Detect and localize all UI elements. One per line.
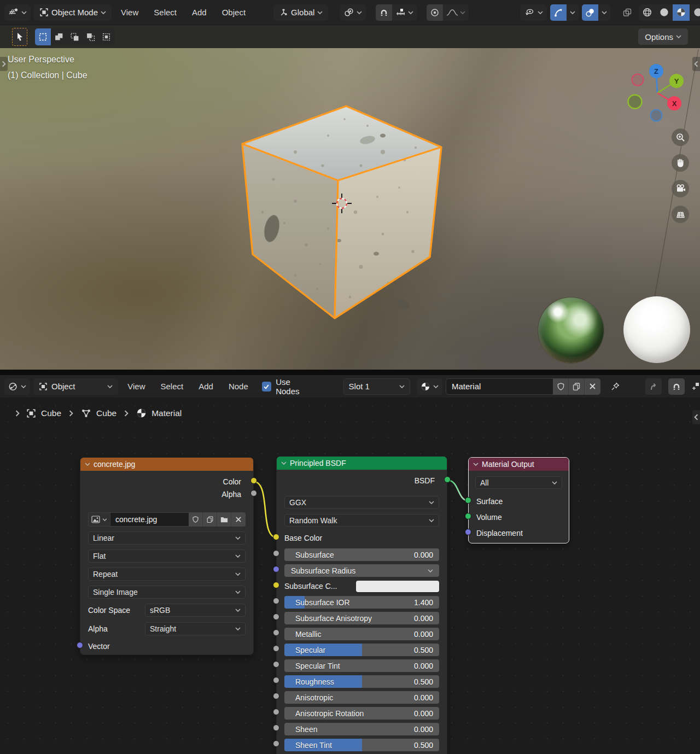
bsdf-node-header[interactable]: Principled BSDF bbox=[277, 457, 447, 470]
node-snap-button[interactable] bbox=[668, 378, 685, 395]
image-unlink-button[interactable] bbox=[231, 512, 246, 527]
socket-subsurface-ior[interactable] bbox=[273, 598, 279, 604]
socket-subsurface-c[interactable] bbox=[273, 582, 279, 588]
slider-specular[interactable]: Specular 0.500 bbox=[284, 644, 439, 656]
menu-add[interactable]: Add bbox=[186, 5, 213, 19]
node-menu-select[interactable]: Select bbox=[155, 379, 190, 393]
node-menu-node[interactable]: Node bbox=[223, 379, 254, 393]
gizmo-axis-z-neg[interactable] bbox=[651, 110, 662, 121]
editor-splitter[interactable] bbox=[0, 370, 700, 375]
image-dropdown-single-image[interactable]: Single Image bbox=[88, 586, 246, 599]
pan-button[interactable] bbox=[672, 154, 689, 172]
shading-rendered-button[interactable] bbox=[690, 4, 700, 21]
transform-orientation-dropdown[interactable]: Global bbox=[273, 4, 328, 21]
image-node-header[interactable]: concrete.jpg bbox=[80, 458, 253, 471]
bsdf-row-anisotropic-rotation[interactable]: Anisotropic Rotation 0.000 bbox=[284, 707, 439, 720]
socket-sheen[interactable] bbox=[273, 724, 279, 731]
subsurface-method-dropdown[interactable]: Random Walk bbox=[284, 514, 439, 527]
socket-metallic[interactable] bbox=[273, 629, 279, 636]
show-gizmos-button[interactable] bbox=[550, 4, 567, 21]
slider-roughness[interactable]: Roughness 0.500 bbox=[284, 675, 439, 688]
menu-object[interactable]: Object bbox=[216, 5, 252, 19]
socket-subsurface-radius[interactable] bbox=[273, 566, 279, 572]
unlink-material-button[interactable] bbox=[585, 378, 600, 395]
show-object-types-dropdown[interactable] bbox=[520, 4, 547, 21]
shading-material-preview-button[interactable] bbox=[673, 4, 690, 21]
bsdf-row-roughness[interactable]: Roughness 0.500 bbox=[284, 675, 439, 688]
image-fake-user-button[interactable] bbox=[189, 512, 203, 527]
mode-dropdown[interactable]: Object Mode bbox=[34, 4, 112, 21]
image-copy-button[interactable] bbox=[203, 512, 217, 527]
bsdf-row-subsurface-radius[interactable]: Subsurface Radius bbox=[284, 564, 439, 577]
use-nodes-checkbox[interactable]: Use Nodes bbox=[262, 377, 315, 396]
shader-editor-type-button[interactable] bbox=[4, 378, 30, 395]
slider-metallic[interactable]: Metallic 0.000 bbox=[284, 628, 439, 640]
socket-anisotropic-rotation[interactable] bbox=[273, 709, 279, 715]
gizmo-axis-z[interactable]: Z bbox=[649, 64, 663, 78]
socket-subsurface-anisotropy[interactable] bbox=[273, 613, 279, 620]
snap-target-button[interactable] bbox=[392, 4, 417, 21]
viewport-3d[interactable]: User Perspective (1) Collection | Cube Z… bbox=[0, 48, 700, 370]
dropdown-subsurface-radius[interactable]: Subsurface Radius bbox=[284, 564, 439, 577]
socket-anisotropic[interactable] bbox=[273, 693, 279, 699]
pivot-point-dropdown[interactable] bbox=[340, 4, 366, 21]
bsdf-row-sheen[interactable]: Sheen 0.000 bbox=[284, 723, 439, 735]
camera-view-button[interactable] bbox=[672, 180, 689, 197]
socket-specular-tint[interactable] bbox=[273, 661, 279, 668]
zoom-button[interactable] bbox=[672, 128, 689, 146]
active-tool-tweak-button[interactable] bbox=[12, 28, 27, 46]
menu-view[interactable]: View bbox=[115, 5, 144, 19]
overlays-dropdown-button[interactable] bbox=[598, 4, 610, 21]
displacement-input-socket[interactable] bbox=[465, 529, 471, 535]
vector-input-socket[interactable] bbox=[77, 642, 83, 648]
navigation-gizmo[interactable]: Z Y X bbox=[623, 56, 695, 125]
snap-toggle-button[interactable] bbox=[376, 4, 392, 21]
bsdf-row-anisotropic[interactable]: Anisotropic 0.000 bbox=[284, 691, 439, 704]
collapse-node-icon[interactable] bbox=[473, 463, 479, 466]
principled-bsdf-node[interactable]: Principled BSDF BSDF GGX Random Walk Bas… bbox=[276, 456, 447, 754]
shader-type-dropdown[interactable]: Object bbox=[33, 378, 118, 395]
new-material-button[interactable] bbox=[569, 378, 585, 395]
collapse-node-icon[interactable] bbox=[281, 461, 287, 465]
image-browse-dropdown[interactable] bbox=[88, 512, 110, 527]
slider-sheen[interactable]: Sheen 0.000 bbox=[284, 723, 439, 735]
toggle-ortho-button[interactable] bbox=[672, 206, 689, 223]
shading-wireframe-button[interactable] bbox=[639, 4, 656, 21]
node-menu-view[interactable]: View bbox=[121, 379, 151, 393]
output-target-dropdown[interactable]: All bbox=[475, 476, 562, 489]
node-snap-target-button[interactable] bbox=[688, 378, 700, 395]
bsdf-row-specular-tint[interactable]: Specular Tint 0.000 bbox=[284, 659, 439, 672]
toolbar-collapse-arrow[interactable] bbox=[0, 57, 8, 71]
select-extend-button[interactable] bbox=[51, 28, 67, 45]
alpha-output-socket[interactable] bbox=[250, 490, 257, 496]
bsdf-row-subsurface[interactable]: Subsurface 0.000 bbox=[284, 548, 439, 561]
slider-sheen-tint[interactable]: Sheen Tint 0.500 bbox=[284, 739, 439, 751]
proportional-edit-button[interactable] bbox=[427, 4, 443, 21]
image-dropdown-flat[interactable]: Flat bbox=[88, 550, 246, 563]
fake-user-button[interactable] bbox=[553, 378, 569, 395]
surface-input-socket[interactable] bbox=[465, 497, 471, 504]
color-space-dropdown[interactable]: sRGB bbox=[145, 604, 246, 617]
bsdf-row-subsurface-c[interactable]: Subsurface C... bbox=[284, 580, 439, 593]
image-texture-node[interactable]: concrete.jpg Color Alpha concrete.jpg bbox=[80, 457, 254, 655]
bsdf-row-specular[interactable]: Specular 0.500 bbox=[284, 644, 439, 656]
shading-solid-button[interactable] bbox=[656, 4, 673, 21]
bsdf-row-metallic[interactable]: Metallic 0.000 bbox=[284, 628, 439, 640]
material-name-field[interactable]: Material bbox=[446, 378, 553, 395]
gizmo-axis-y-neg[interactable] bbox=[628, 95, 642, 109]
node-editor-canvas[interactable]: Cube Cube Material bbox=[0, 398, 700, 754]
gizmo-axis-x[interactable]: X bbox=[667, 96, 681, 110]
proportional-falloff-button[interactable] bbox=[443, 4, 469, 21]
socket-sheen-tint[interactable] bbox=[273, 740, 279, 747]
image-dropdown-linear[interactable]: Linear bbox=[88, 531, 246, 545]
gizmo-axis-x-neg[interactable] bbox=[632, 74, 644, 86]
bsdf-row-subsurface-ior[interactable]: Subsurface IOR 1.400 bbox=[284, 596, 439, 609]
go-to-parent-button[interactable] bbox=[645, 378, 662, 395]
gizmos-dropdown-button[interactable] bbox=[567, 4, 579, 21]
bsdf-row-subsurface-anisotropy[interactable]: Subsurface Anisotropy 0.000 bbox=[284, 612, 439, 624]
material-slot-select[interactable]: Slot 1 bbox=[343, 378, 410, 395]
bsdf-output-socket[interactable] bbox=[444, 476, 451, 483]
image-open-button[interactable] bbox=[217, 512, 231, 527]
socket-subsurface[interactable] bbox=[273, 550, 279, 557]
slider-specular-tint[interactable]: Specular Tint 0.000 bbox=[284, 659, 439, 672]
